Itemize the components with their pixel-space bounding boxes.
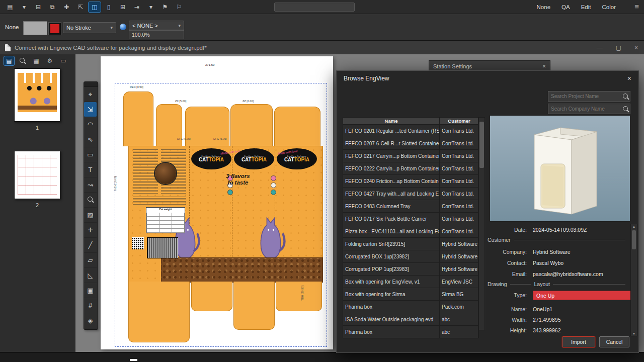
row-customer: abc <box>440 326 479 338</box>
Pharma box[interactable]: Pharma box abc <box>343 326 478 338</box>
details-scrollbar[interactable]: ▲ ▼ <box>630 224 637 336</box>
height-label: Height: <box>481 327 527 333</box>
search-project-input[interactable] <box>548 94 621 99</box>
Folding carton SnR[23915][interactable]: Folding carton SnR[23915] Hybrid Softwar… <box>343 238 478 250</box>
separations-icon[interactable]: ▦ <box>31 56 41 65</box>
search-icon[interactable] <box>621 92 630 101</box>
dimension-tool[interactable]: # <box>84 298 97 313</box>
hatch-tool[interactable]: ▨ <box>84 208 97 223</box>
new-document-caret[interactable]: ▾ <box>18 2 30 12</box>
Corrugated POP 1up[23983][interactable]: Corrugated POP 1up[23983] Hybrid Softwar… <box>343 263 478 276</box>
arc-tool[interactable]: ◠ <box>84 117 97 132</box>
opacity-field[interactable] <box>129 30 184 39</box>
Pizza box - EVC41103...all and Locking Ears[interactable]: Pizza box - EVC41103...all and Locking E… <box>343 225 478 238</box>
place-file-icon[interactable]: ⇱ <box>74 2 87 12</box>
FEFCO 0717 Six Pack Bottle Carrier[interactable]: FEFCO 0717 Six Pack Bottle Carrier CorrT… <box>343 213 478 225</box>
scale-tool[interactable]: ⇲ <box>84 102 97 117</box>
kibble-photo-strip <box>161 257 323 283</box>
top-menu-item[interactable]: None <box>537 4 551 10</box>
dialog-titlebar[interactable]: Browse EngView × <box>337 71 638 86</box>
column-name[interactable]: Name <box>343 118 440 124</box>
stroke-swatch[interactable] <box>49 23 61 35</box>
palette-grip[interactable] <box>84 82 98 87</box>
top-menu-item[interactable]: QA <box>561 4 570 10</box>
flag-back-icon[interactable]: ⚐ <box>173 2 185 12</box>
knife-tool[interactable]: ╱ <box>84 238 97 253</box>
panels-icon[interactable]: ⊞ <box>117 2 129 12</box>
artboard[interactable]: 271.50 EngView Software CATTOPIA EngView… <box>101 56 333 349</box>
import-button[interactable]: Import <box>562 336 595 347</box>
text-tool[interactable]: T <box>84 162 97 177</box>
search-company-field[interactable] <box>548 104 630 114</box>
screen-view-icon[interactable]: ◫ <box>89 2 101 12</box>
search-icon[interactable] <box>621 105 630 114</box>
FEFCO 0217 Carryin...p Bottom Container[interactable]: FEFCO 0217 Carryin...p Bottom Container … <box>343 150 478 162</box>
row-name: Corrugated BOX 1up[23982] <box>343 250 440 262</box>
origin-tool[interactable]: ⌖ <box>84 87 97 102</box>
FEFCO 0222 Carryin...p Bottom Container[interactable]: FEFCO 0222 Carryin...p Bottom Container … <box>343 162 478 175</box>
scrollbar-thumb[interactable] <box>632 230 636 249</box>
type-dropdown[interactable]: One Up <box>533 291 634 300</box>
toolbar-options-caret[interactable]: ▾ <box>145 2 157 12</box>
close-icon[interactable]: × <box>634 44 638 51</box>
curve-tool[interactable]: ↝ <box>84 177 97 193</box>
page-thumbnail[interactable]: 1 <box>14 68 60 131</box>
scrollbar-thumb[interactable] <box>479 122 484 168</box>
FEFCO 0201 Regular ...ted Container (RSC)[interactable]: FEFCO 0201 Regular ...ted Container (RSC… <box>343 125 478 137</box>
device-view-icon[interactable]: ▯ <box>103 2 115 12</box>
minimize-icon[interactable]: — <box>597 44 603 51</box>
station-close-icon[interactable]: × <box>542 63 546 70</box>
stroke-dropdown[interactable]: No Stroke <box>63 22 116 33</box>
tool-palette: ⌖⇲◠⇖▭T↝▨✛╱▱◺▣#◈ <box>84 81 98 330</box>
Box with opening for EngView, v1[interactable]: Box with opening for EngView, v1 EngView… <box>343 276 478 288</box>
top-menu-item[interactable]: Color <box>602 4 616 10</box>
rectangle-tool[interactable]: ▭ <box>84 147 97 162</box>
annotations-icon[interactable]: ▭ <box>58 56 68 65</box>
Corrugated BOX 1up[23982][interactable]: Corrugated BOX 1up[23982] Hybrid Softwar… <box>343 250 478 263</box>
command-field[interactable] <box>274 3 355 12</box>
settings-icon[interactable]: ⚙ <box>45 56 55 65</box>
FEFCO 0427 Tray with...all and Locking Ears[interactable]: FEFCO 0427 Tray with...all and Locking E… <box>343 188 478 200</box>
FEFCO 0483 Columned Tray[interactable]: FEFCO 0483 Columned Tray CorrTrans Ltd. <box>343 200 478 213</box>
menu-icon[interactable]: ≡ <box>634 2 639 11</box>
cancel-button[interactable]: Cancel <box>599 336 629 347</box>
FEFCO 0207 6-Cell R...r Slotted Container[interactable]: FEFCO 0207 6-Cell R...r Slotted Containe… <box>343 137 478 150</box>
box-3d-preview <box>490 115 630 222</box>
search-icon[interactable] <box>18 56 28 65</box>
pages-panel: ▤▦⚙▭ 1 2 <box>0 54 76 352</box>
column-customer[interactable]: Customer <box>440 118 479 124</box>
triangle-tool[interactable]: ◺ <box>84 268 97 283</box>
page-thumbnail[interactable]: 2 <box>14 151 60 208</box>
export-icon[interactable]: ⇥ <box>131 2 143 12</box>
scroll-up-icon[interactable]: ▲ <box>631 225 637 228</box>
FEFCO 0240 Friction...ap Bottom Container[interactable]: FEFCO 0240 Friction...ap Bottom Containe… <box>343 175 478 188</box>
document-icon <box>5 44 11 51</box>
ISA Soda Water Outside packaging.evd[interactable]: ISA Soda Water Outside packaging.evd abc <box>343 313 478 326</box>
search-project-field[interactable] <box>548 91 630 102</box>
add-page-icon[interactable]: ✚ <box>60 2 72 12</box>
search-company-input[interactable] <box>548 106 621 112</box>
dieline-flap <box>233 282 275 330</box>
table-scrollbar[interactable] <box>478 117 485 330</box>
bridge-tool[interactable]: ◈ <box>84 313 97 328</box>
new-document-icon[interactable]: ▤ <box>4 2 16 12</box>
maximize-icon[interactable]: ▢ <box>616 44 621 51</box>
zoom-tool[interactable] <box>84 193 97 208</box>
fill-swatch[interactable] <box>23 21 47 35</box>
note-tool[interactable]: ▣ <box>84 283 97 298</box>
width-value: 271.499895 <box>533 317 560 323</box>
flag-forward-icon[interactable]: ⚑ <box>159 2 171 12</box>
duplicate-icon[interactable]: ⧉ <box>46 2 58 12</box>
ruler-tool[interactable]: ▱ <box>84 253 97 268</box>
select-tool[interactable]: ⇖ <box>84 132 97 147</box>
top-menu-item[interactable]: Edit <box>581 4 591 10</box>
Box with opening for Sirma[interactable]: Box with opening for Sirma Sirma BG <box>343 288 478 301</box>
profile-dropdown[interactable]: < NONE > <box>129 21 184 30</box>
scroll-down-icon[interactable]: ▼ <box>631 332 637 335</box>
dialog-close-icon[interactable]: × <box>627 74 631 82</box>
thumbnails-icon[interactable]: ▤ <box>4 56 14 65</box>
delete-page-icon[interactable]: ⊟ <box>32 2 44 12</box>
status-bar <box>0 352 644 362</box>
move-tool[interactable]: ✛ <box>84 223 97 238</box>
Pharma box[interactable]: Pharma box Pack.com <box>343 301 478 313</box>
